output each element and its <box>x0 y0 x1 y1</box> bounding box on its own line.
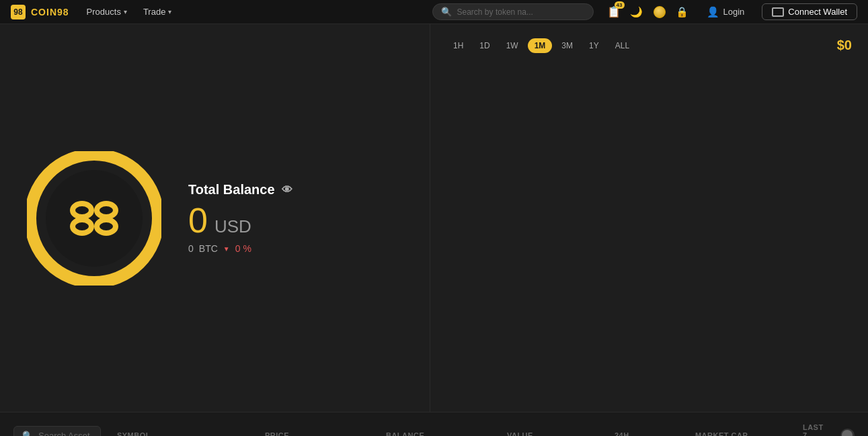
btc-value: 0 <box>188 243 194 254</box>
nav-menu: Products ▾ Trade ▾ <box>80 4 179 19</box>
wallet-notification-btn[interactable]: 📋 43 <box>604 3 623 21</box>
col-symbol: SYMBOL <box>117 431 265 436</box>
balance-panel: Total Balance 👁 0 USD 0 BTC ▼ 0 % <box>0 24 430 412</box>
lock-icon: 🔒 <box>676 6 688 18</box>
network-indicator-btn[interactable] <box>650 3 669 21</box>
asset-table-section: 🔍 SYMBOL PRICE BALANCE VALUE 24H MARKET … <box>0 412 868 436</box>
col-balance: BALANCE <box>386 431 507 436</box>
col-price: PRICE <box>265 431 386 436</box>
chart-current-value: $0 <box>837 38 852 53</box>
moon-icon: 🌙 <box>630 6 643 18</box>
total-balance-label: Total Balance <box>188 182 275 198</box>
time-1m-btn[interactable]: 1M <box>528 38 553 53</box>
table-header: SYMBOL PRICE BALANCE VALUE 24H MARKET CA… <box>112 423 830 436</box>
time-all-btn[interactable]: ALL <box>608 38 636 53</box>
asset-search[interactable]: 🔍 <box>13 426 101 437</box>
main-content: Total Balance 👁 0 USD 0 BTC ▼ 0 % 1H 1 <box>0 24 868 412</box>
chart-toolbar: 1H 1D 1W 1M 3M 1Y ALL $0 <box>446 38 852 53</box>
navbar: 98 COIN98 Products ▾ Trade ▾ 🔍 📋 43 🌙 <box>0 0 868 24</box>
toggle-knob <box>842 430 853 436</box>
user-icon: 👤 <box>707 6 719 18</box>
balance-info: Total Balance 👁 0 USD 0 BTC ▼ 0 % <box>188 182 292 254</box>
notification-badge: 43 <box>615 1 625 9</box>
products-arrow-icon: ▾ <box>124 8 127 15</box>
col-value: VALUE <box>507 431 615 436</box>
chart-panel: 1H 1D 1W 1M 3M 1Y ALL $0 <box>430 24 868 412</box>
trade-arrow-icon: ▾ <box>168 8 171 15</box>
time-3m-btn[interactable]: 3M <box>555 38 580 53</box>
col-24h: 24H <box>615 431 695 436</box>
search-icon: 🔍 <box>441 7 452 17</box>
network-status-icon <box>654 6 666 18</box>
col-market-cap: MARKET CAP <box>695 431 803 436</box>
change-arrow-icon: ▼ <box>223 245 230 253</box>
brand-name: COIN98 <box>31 7 69 17</box>
logo-badge: 98 <box>11 5 26 19</box>
chart-area <box>446 53 852 398</box>
hide-zero-toggle[interactable] <box>840 429 855 436</box>
btc-label: BTC <box>199 243 218 254</box>
theme-toggle-btn[interactable]: 🌙 <box>627 3 646 21</box>
col-last7days: LAST 7 DAYS <box>803 423 824 436</box>
svg-point-1 <box>46 170 143 267</box>
global-search[interactable]: 🔍 <box>432 3 594 20</box>
time-1y-btn[interactable]: 1Y <box>582 38 606 53</box>
asset-search-icon: 🔍 <box>22 431 33 437</box>
lock-btn[interactable]: 🔒 <box>673 3 692 21</box>
search-input[interactable] <box>457 7 585 17</box>
nav-trade[interactable]: Trade ▾ <box>136 4 178 19</box>
coin98-logo <box>27 151 161 286</box>
asset-search-input[interactable] <box>38 431 92 437</box>
time-1w-btn[interactable]: 1W <box>500 38 525 53</box>
visibility-toggle-icon[interactable]: 👁 <box>282 184 292 196</box>
nav-icons: 📋 43 🌙 🔒 <box>604 3 692 21</box>
balance-currency: USD <box>214 216 251 237</box>
time-1h-btn[interactable]: 1H <box>446 38 470 53</box>
time-1d-btn[interactable]: 1D <box>473 38 496 53</box>
nav-products[interactable]: Products ▾ <box>80 4 134 19</box>
table-toolbar: 🔍 SYMBOL PRICE BALANCE VALUE 24H MARKET … <box>13 423 855 436</box>
connect-wallet-icon <box>772 7 784 17</box>
login-button[interactable]: 👤 Login <box>697 3 754 21</box>
connect-wallet-button[interactable]: Connect Wallet <box>762 3 857 20</box>
balance-amount: 0 <box>188 203 208 238</box>
change-percentage: 0 % <box>235 243 251 254</box>
